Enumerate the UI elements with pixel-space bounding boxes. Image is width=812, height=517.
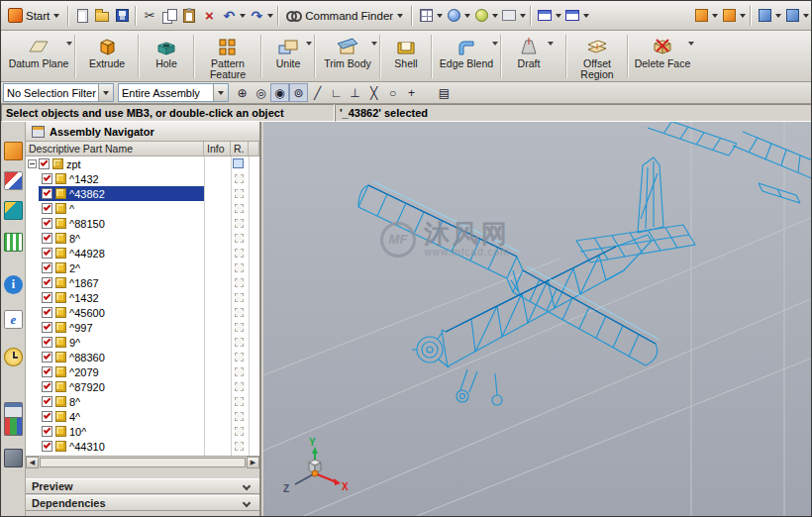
- orientation-triad[interactable]: Y X Z: [283, 437, 349, 494]
- component-name[interactable]: ^1432: [69, 292, 99, 304]
- scrollbar-thumb[interactable]: [40, 458, 246, 467]
- shell-button[interactable]: Shell: [383, 33, 429, 80]
- tree-row[interactable]: ^: [26, 201, 259, 216]
- component-name[interactable]: 10^: [69, 426, 86, 438]
- pattern-feature-button[interactable]: Pattern Feature: [197, 33, 258, 80]
- new-file-button[interactable]: [72, 6, 92, 26]
- chevron-down-icon[interactable]: [556, 14, 561, 18]
- delete-button[interactable]: ×: [199, 6, 219, 26]
- delete-face-button[interactable]: Delete Face: [631, 33, 694, 80]
- component-checkbox[interactable]: [42, 411, 52, 422]
- component-checkbox[interactable]: [42, 188, 52, 199]
- command-finder-button[interactable]: Command Finder: [282, 9, 408, 23]
- redo-button[interactable]: ↷: [247, 6, 266, 26]
- chevron-down-icon[interactable]: [464, 14, 470, 18]
- chevron-down-icon[interactable]: [740, 14, 746, 18]
- readonly-checkbox[interactable]: [235, 382, 244, 391]
- readonly-checkbox[interactable]: [235, 249, 244, 258]
- extrude-button[interactable]: Extrude: [78, 33, 136, 80]
- readonly-checkbox[interactable]: [235, 219, 244, 228]
- readonly-checkbox[interactable]: [235, 263, 244, 272]
- hole-button[interactable]: Hole: [142, 33, 191, 80]
- component-name[interactable]: ^44310: [69, 441, 105, 453]
- component-name[interactable]: zpt: [66, 158, 81, 170]
- readonly-checkbox[interactable]: [235, 323, 244, 332]
- readonly-checkbox[interactable]: [235, 278, 244, 287]
- component-checkbox[interactable]: [42, 277, 52, 288]
- move-object-button[interactable]: [562, 6, 582, 26]
- chevron-down-icon[interactable]: [712, 14, 718, 18]
- component-name[interactable]: ^: [69, 203, 74, 215]
- window-layout-button[interactable]: [416, 6, 436, 26]
- type-filter-dropdown[interactable]: No Selection Filter: [3, 83, 114, 102]
- chevron-down-icon[interactable]: [492, 14, 498, 18]
- component-checkbox[interactable]: [42, 262, 52, 273]
- component-checkbox[interactable]: [42, 441, 52, 452]
- show-hide-button[interactable]: [535, 6, 555, 26]
- component-checkbox[interactable]: [42, 381, 52, 392]
- chevron-down-icon[interactable]: [775, 14, 781, 18]
- tree-row[interactable]: 2^: [26, 260, 259, 275]
- readonly-checkbox[interactable]: [235, 308, 244, 317]
- component-checkbox[interactable]: [39, 158, 50, 169]
- readonly-checkbox[interactable]: [235, 174, 244, 183]
- airplane-model[interactable]: [358, 122, 812, 405]
- tree-row[interactable]: ^2079: [26, 364, 259, 379]
- intersection-point-icon[interactable]: ╳: [364, 83, 383, 102]
- readonly-checkbox[interactable]: [235, 338, 244, 347]
- chevron-down-icon[interactable]: [243, 499, 251, 507]
- component-name[interactable]: 4^: [69, 411, 80, 423]
- end-point-icon[interactable]: ╱: [308, 83, 327, 102]
- readonly-checkbox[interactable]: [235, 367, 244, 376]
- offset-region-button[interactable]: Offset Region: [569, 33, 625, 80]
- readonly-checkbox[interactable]: [235, 204, 244, 213]
- navigator-title-bar[interactable]: Assembly Navigator: [26, 122, 259, 142]
- save-button[interactable]: [112, 6, 132, 26]
- component-checkbox[interactable]: [42, 426, 52, 437]
- readonly-checkbox[interactable]: [235, 442, 244, 451]
- chevron-down-icon[interactable]: [548, 42, 554, 46]
- chevron-down-icon[interactable]: [803, 14, 809, 18]
- point-on-face-icon[interactable]: ⊚: [289, 83, 308, 102]
- readonly-checkbox[interactable]: [235, 189, 244, 198]
- arc-center-icon[interactable]: ○: [383, 83, 402, 102]
- component-checkbox[interactable]: [42, 307, 52, 318]
- chevron-down-icon[interactable]: [583, 14, 589, 18]
- constraint-navigator-icon[interactable]: [4, 171, 23, 190]
- measure-button[interactable]: [719, 6, 739, 26]
- reuse-library-icon[interactable]: [4, 233, 23, 252]
- readonly-checkbox[interactable]: [235, 353, 244, 362]
- readonly-checkbox[interactable]: [235, 427, 244, 436]
- synchronous-modeling-button[interactable]: [691, 6, 711, 26]
- tree-row[interactable]: ^997: [26, 320, 259, 335]
- horizontal-scrollbar[interactable]: ◀ ▶: [26, 456, 259, 468]
- tree-row[interactable]: 4^: [26, 409, 259, 424]
- tree-row[interactable]: 8^: [26, 231, 259, 246]
- tree-row[interactable]: 8^: [26, 394, 259, 409]
- quadrant-point-icon[interactable]: +: [402, 83, 421, 102]
- column-descriptive-part-name[interactable]: Descriptive Part Name: [26, 142, 204, 155]
- history-icon[interactable]: [4, 348, 23, 366]
- chevron-down-icon[interactable]: [66, 42, 72, 46]
- readonly-checkbox[interactable]: [235, 397, 244, 406]
- component-checkbox[interactable]: [42, 322, 52, 333]
- component-name[interactable]: ^44928: [69, 248, 105, 259]
- tree-row-root[interactable]: zpt: [26, 156, 259, 171]
- tree-row[interactable]: ^45600: [26, 305, 259, 320]
- highlight-rollover-icon[interactable]: ◎: [252, 83, 270, 102]
- scope-filter-dropdown[interactable]: Entire Assembly: [118, 83, 229, 102]
- chevron-down-icon[interactable]: [520, 14, 526, 18]
- component-checkbox[interactable]: [42, 337, 52, 348]
- copy-button[interactable]: [159, 6, 179, 26]
- mid-point-icon[interactable]: ∟: [327, 83, 346, 102]
- component-name[interactable]: 2^: [69, 262, 80, 274]
- layer-settings-icon[interactable]: ▤: [435, 83, 454, 102]
- component-name[interactable]: ^2079: [69, 366, 99, 378]
- chevron-down-icon[interactable]: [437, 14, 443, 18]
- view-tools-button[interactable]: [755, 6, 774, 26]
- tree-row[interactable]: ^88360: [26, 350, 259, 364]
- tree-row[interactable]: ^87920: [26, 379, 259, 394]
- preview-section-bar[interactable]: Preview: [26, 478, 259, 494]
- background-button[interactable]: [471, 6, 491, 26]
- component-name[interactable]: ^997: [69, 322, 93, 334]
